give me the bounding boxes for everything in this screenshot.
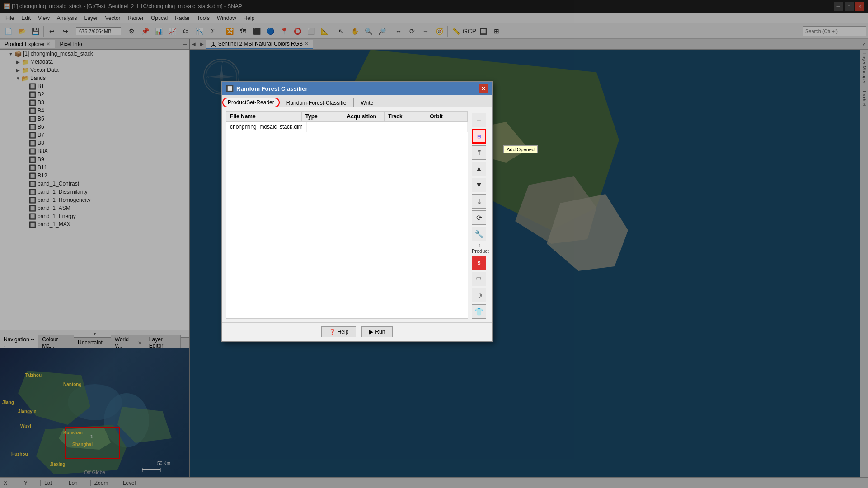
move-down-button[interactable]: ▼ — [472, 178, 486, 192]
tab-productset-reader-label: ProductSet-Reader — [228, 99, 274, 106]
col-type: Type — [302, 112, 343, 121]
row-track — [387, 122, 427, 132]
table-row[interactable]: chongming_mosaic_stack.dim — [226, 122, 468, 132]
tab-random-forest-label: Random-Forest-Classifier — [286, 100, 348, 106]
moon-button[interactable]: ☽ — [472, 288, 486, 302]
col-acquisition: Acquisition — [343, 112, 385, 121]
help-button[interactable]: ❓ Help — [321, 326, 357, 337]
modal-close-button[interactable]: ✕ — [479, 84, 488, 93]
modal-title-icon: 🔲 — [226, 85, 234, 92]
modal-tab-random-forest[interactable]: Random-Forest-Classifier — [281, 98, 354, 107]
add-product-button[interactable]: + — [472, 113, 486, 127]
row-filename: chongming_mosaic_stack.dim — [226, 122, 307, 132]
chinese-button[interactable]: 中 — [472, 272, 486, 286]
col-track: Track — [385, 112, 426, 121]
product-count-label: 1 Product — [472, 243, 488, 254]
move-top-button[interactable]: ⤒ — [472, 145, 486, 160]
row-orbit — [427, 122, 468, 132]
settings-button[interactable]: 🔧 — [472, 227, 486, 241]
col-filename: File Name — [226, 112, 302, 121]
modal-tab-write[interactable]: Write — [355, 98, 379, 107]
row-type — [307, 122, 347, 132]
modal-title: Random Forest Classifier — [236, 85, 479, 92]
col-orbit: Orbit — [426, 112, 468, 121]
add-opened-container: ⊞ Add Opened — [472, 129, 488, 144]
run-button[interactable]: ▶ Run — [361, 326, 393, 337]
move-up-button[interactable]: ▲ — [472, 162, 486, 176]
modal-overlay: 🔲 Random Forest Classifier ✕ ProductSet-… — [0, 0, 868, 488]
run-label: Run — [375, 329, 385, 335]
move-bottom-button[interactable]: ⤓ — [472, 194, 486, 209]
modal-tab-productset-reader[interactable]: ProductSet-Reader — [222, 98, 280, 107]
add-opened-button[interactable]: ⊞ — [472, 129, 486, 144]
modal-side-buttons: + ⊞ Add Opened ⤒ ▲ ▼ ⤓ ⟳ 🔧 1 Product S 中… — [472, 111, 488, 319]
modal-dialog: 🔲 Random Forest Classifier ✕ ProductSet-… — [221, 81, 493, 342]
modal-content: File Name Type Acquisition Track Orbit c… — [222, 107, 492, 322]
refresh-button[interactable]: ⟳ — [472, 210, 486, 225]
modal-footer: ❓ Help ▶ Run — [222, 322, 492, 341]
snap-button[interactable]: S — [472, 256, 486, 270]
modal-titlebar: 🔲 Random Forest Classifier ✕ — [222, 82, 492, 95]
run-icon: ▶ — [369, 329, 373, 335]
tab-write-label: Write — [361, 100, 373, 106]
tshirt-button[interactable]: 👕 — [472, 304, 486, 319]
help-icon: ❓ — [329, 329, 336, 335]
modal-table-area: File Name Type Acquisition Track Orbit c… — [226, 111, 468, 319]
add-opened-tooltip: Add Opened — [503, 145, 538, 153]
modal-table-header: File Name Type Acquisition Track Orbit — [226, 112, 468, 122]
help-label: Help — [338, 329, 349, 335]
modal-tabs: ProductSet-Reader Random-Forest-Classifi… — [222, 95, 492, 107]
row-acquisition — [347, 122, 387, 132]
